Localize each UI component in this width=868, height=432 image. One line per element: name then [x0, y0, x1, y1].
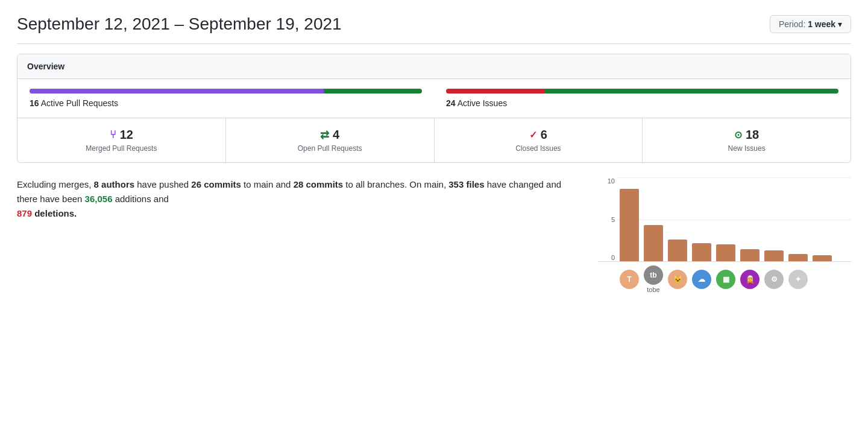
- open-pr-icon: ⇄: [320, 129, 329, 142]
- issues-bar-label: 24 Active Issues: [446, 98, 838, 108]
- avatar-col-3: ☁: [692, 270, 711, 289]
- overview-label: Overview: [27, 62, 64, 71]
- stat-merged-pr: ⑂ 12 Merged Pull Requests: [17, 118, 226, 162]
- stat-open-pr-label: Open Pull Requests: [236, 144, 424, 153]
- avatar-col-0: T: [620, 270, 639, 289]
- pr-open-segment: [324, 89, 422, 94]
- closed-issue-icon: ✓: [529, 129, 537, 141]
- bar-item-0: [620, 189, 639, 261]
- bar-item-8: [813, 255, 832, 261]
- bar-col-0: [620, 177, 639, 261]
- stat-new-issues-label: New Issues: [652, 144, 841, 153]
- period-button[interactable]: Period: 1 week ▾: [770, 15, 851, 33]
- issues-closed-segment: [446, 89, 544, 94]
- avatar-7: ✦: [788, 270, 808, 289]
- page-header: September 12, 2021 – September 19, 2021 …: [17, 14, 851, 34]
- pr-merged-segment: [30, 89, 324, 94]
- stat-closed-issues-label: Closed Issues: [444, 144, 633, 153]
- avatar-col-7: ✦: [788, 270, 808, 289]
- bar-item-6: [764, 250, 784, 261]
- stats-row: ⑂ 12 Merged Pull Requests ⇄ 4 Open Pull …: [17, 118, 851, 162]
- bar-col-8: [813, 177, 832, 261]
- bar-col-4: [716, 177, 735, 261]
- issues-open-segment: [544, 89, 838, 94]
- stat-closed-issues: ✓ 6 Closed Issues: [435, 118, 643, 162]
- pr-bar-label: 16 Active Pull Requests: [30, 98, 422, 108]
- bar-item-4: [716, 244, 735, 261]
- period-value: 1 week: [808, 19, 835, 29]
- avatar-col-6: ⚙: [764, 270, 784, 289]
- stat-merged-value: ⑂ 12: [27, 128, 216, 142]
- avatar-3: ☁: [692, 270, 711, 289]
- avatar-col-4: ▦: [716, 270, 735, 289]
- bar-item-5: [740, 249, 760, 261]
- stat-closed-issues-value: ✓ 6: [444, 128, 633, 142]
- stat-new-issues: ⊙ 18 New Issues: [643, 118, 851, 162]
- summary-text: Excluding merges, 8 authors have pushed …: [17, 177, 574, 221]
- avatar-2: 🐱: [668, 270, 687, 289]
- bar-col-2: [668, 177, 687, 261]
- bar-col-5: [740, 177, 760, 261]
- stat-open-pr: ⇄ 4 Open Pull Requests: [226, 118, 435, 162]
- avatar-label-1: tobe: [647, 286, 659, 293]
- overview-card: Overview 16 Active Pull Requests 24 Acti…: [17, 54, 851, 163]
- avatar-col-5: 🧝: [740, 270, 760, 289]
- page-title: September 12, 2021 – September 19, 2021: [17, 14, 342, 34]
- avatar-col-1: tbtobe: [644, 265, 663, 293]
- overview-bars: 16 Active Pull Requests 24 Active Issues: [17, 79, 851, 118]
- bar-item-3: [692, 243, 711, 261]
- chevron-down-icon: ▾: [838, 19, 842, 29]
- avatar-5: 🧝: [740, 270, 760, 289]
- pull-requests-bar-section: 16 Active Pull Requests: [30, 89, 422, 108]
- y-label-5: 5: [598, 216, 617, 223]
- avatar-6: ⚙: [764, 270, 784, 289]
- avatar-0: T: [620, 270, 639, 289]
- overview-header: Overview: [17, 54, 851, 79]
- bar-item-2: [668, 240, 687, 261]
- header-divider: [17, 43, 851, 44]
- bar-col-6: [764, 177, 784, 261]
- bar-col-1: [644, 177, 663, 261]
- chart-section: 10 5 0 Ttbtobe🐱☁▦🧝⚙✦: [598, 177, 851, 293]
- avatar-1: tb: [644, 265, 663, 285]
- stat-open-pr-value: ⇄ 4: [236, 128, 424, 142]
- y-label-10: 10: [598, 177, 617, 185]
- avatar-row: Ttbtobe🐱☁▦🧝⚙✦: [598, 262, 851, 293]
- pr-progress-bar: [30, 89, 422, 94]
- issues-progress-bar: [446, 89, 838, 94]
- bar-item-1: [644, 225, 663, 261]
- period-label: Period:: [779, 19, 805, 29]
- avatar-4: ▦: [716, 270, 735, 289]
- bar-item-7: [788, 254, 808, 261]
- stat-new-issues-value: ⊙ 18: [652, 128, 841, 142]
- bar-col-3: [692, 177, 711, 261]
- merged-pr-icon: ⑂: [110, 129, 116, 141]
- y-label-0: 0: [598, 254, 617, 261]
- stat-merged-label: Merged Pull Requests: [27, 144, 216, 153]
- bar-col-7: [788, 177, 808, 261]
- issues-bar-section: 24 Active Issues: [446, 89, 838, 108]
- y-axis: 10 5 0: [598, 177, 617, 261]
- avatar-col-2: 🐱: [668, 270, 687, 289]
- new-issue-icon: ⊙: [734, 129, 742, 141]
- bottom-section: Excluding merges, 8 authors have pushed …: [17, 177, 851, 293]
- chart-container: 10 5 0: [598, 177, 851, 262]
